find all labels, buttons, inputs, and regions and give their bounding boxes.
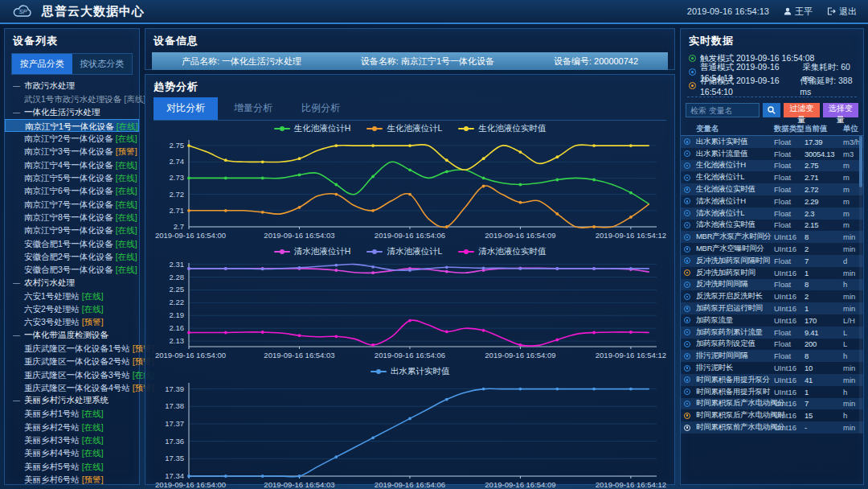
svg-text:2.13: 2.13 [170,336,185,345]
legend-item[interactable]: 清水池液位实时值 [458,246,546,257]
svg-text:2019-09-16 16:54:12: 2019-09-16 16:54:12 [596,231,666,240]
collapse-minus-icon[interactable]: — [13,397,20,405]
variable-row[interactable]: 清水池液位计HFloat2.29m [681,195,863,208]
variable-row[interactable]: MBR产水泵产水时间分UInt168min [681,231,863,243]
tree-group-header[interactable]: —一体化生活污水处理 [5,106,139,119]
tree-item-device[interactable]: 美丽乡村5号站 [在线] [5,460,139,473]
tab-by-status[interactable]: 按状态分类 [72,54,133,74]
tab-increment-analysis[interactable]: 增量分析 [221,97,285,120]
variable-row[interactable]: 时间累积泵后产水电动阀分UInt167min [681,398,863,410]
variable-value: 15 [805,411,843,420]
filter-variables-button[interactable]: 过滤变量 [784,103,820,117]
device-name: 安徽合肥3号一体化设备 [24,265,116,274]
tree-item-device[interactable]: 美丽乡村1号站 [在线] [5,407,139,420]
legend-item[interactable]: 生化池液位计H [274,123,351,134]
tree-item-device[interactable]: 重庆武隆区一体化设备1号站 [预警] [5,342,139,355]
tree-item-device[interactable]: 重庆武隆区一体化设备4号站 [预警] [5,381,139,394]
tree-item-device[interactable]: 南京江宁6号一体化设备 [在线] [5,184,139,197]
variable-row[interactable]: 时间累积备用提升泵时UInt161h [681,386,863,398]
variable-row[interactable]: 加药泵流量UInt16170L/H [681,314,863,327]
tree-group-header[interactable]: —一体化带温度检测设备 [5,329,139,342]
tree-item-device[interactable]: 南京江宁2号一体化设备 [在线] [5,132,139,145]
variable-row[interactable]: 加药泵药剂累计流量Float9.41L [681,327,863,339]
variable-row[interactable]: 排污泥时长UInt1610min [681,362,863,374]
variable-row[interactable]: 出水累计实时值Float17.39m3/h [681,136,863,148]
variable-row[interactable]: MBR产水空曝时间分UInt162min [681,243,863,255]
variable-row[interactable]: 时间累积备用提升泵分UInt1641min [681,374,863,386]
variable-row[interactable]: 时间累积泵前产水电动阀分UInt16-min [681,421,863,434]
tree-item-device[interactable]: 南京江宁3号一体化设备 [预警] [5,145,139,158]
variable-value: 17.39 [805,138,843,146]
variable-row[interactable]: 加药泵开启运行时间UInt161min [681,302,863,314]
tab-by-product[interactable]: 按产品分类 [12,54,72,74]
variable-row[interactable]: 生化池液位计LFloat2.71m [681,171,863,183]
variable-name: 时间累积泵前产水电动阀分 [696,422,774,433]
legend-item[interactable]: 清水池液位计H [274,246,351,257]
variable-row[interactable]: 清水池液位计LFloat2.3m [681,208,863,220]
tree-item-device[interactable]: 美丽乡村2号站 [在线] [5,421,139,434]
tree-item-device[interactable]: 南京江宁4号一体化设备 [在线] [5,158,139,171]
tree-item-device[interactable]: 六安2号处理站 [在线] [5,302,139,315]
variable-row[interactable]: 生化池液位计HFloat2.75m [681,160,863,172]
tree-group-label: 市政污水处理 [24,80,75,92]
variable-unit: min [843,376,860,384]
legend-item[interactable]: 生化池液位计L [366,123,442,134]
device-list-tabs: 按产品分类 按状态分类 [11,53,133,75]
svg-text:2019-09-16 16:54:03: 2019-09-16 16:54:03 [264,351,334,360]
tree-item-device[interactable]: 南京江宁7号一体化设备 [在线] [5,198,139,211]
search-input[interactable] [686,103,760,117]
variable-row[interactable]: 反洗泵开启反洗时长UInt162min [681,290,863,302]
collapse-minus-icon[interactable]: — [13,82,20,90]
variable-type: UInt16 [774,232,805,241]
legend-marker-icon [458,249,474,255]
tree-item-device[interactable]: 美丽乡村3号站 [在线] [5,434,139,446]
collapse-minus-icon[interactable]: — [13,279,20,287]
device-status-badge: [在线] [82,435,104,445]
variable-row[interactable]: 加药泵药剂设定值Float200L [681,339,863,351]
tree-item-device[interactable]: 南京江宁9号一体化设备 [在线] [5,224,139,236]
legend-item[interactable]: 清水池液位计L [366,246,442,257]
variable-row[interactable]: 生化池液位实时值Float2.72m [681,183,863,195]
tab-ratio-analysis[interactable]: 比例分析 [289,97,353,120]
tree-item-device[interactable]: 南京江宁8号一体化设备 [在线] [5,211,139,224]
variable-type: Float [774,339,805,348]
collapse-minus-icon[interactable]: — [13,109,20,117]
tree-item-device[interactable]: 重庆武隆区一体化设备3号站 [在线] [5,368,139,381]
scrollbar-thumb[interactable] [859,136,862,187]
tree-item-device[interactable]: 武汉1号市政污水处理设备 [离线] [5,92,139,105]
variable-row[interactable]: 反冲洗加药泵时间UInt161min [681,267,863,279]
tree-item-device[interactable]: 安徽合肥2号一体化设备 [在线] [5,250,139,263]
user-menu[interactable]: 王平 [784,6,813,18]
variable-row[interactable]: 排污泥时间间隔Float8h [681,350,863,362]
tree-item-device[interactable]: 美丽乡村4号站 [在线] [5,446,139,459]
legend-item[interactable]: 出水累计实时值 [371,366,450,377]
device-name: 南京江宁8号一体化设备 [24,212,116,222]
legend-item[interactable]: 生化池液位实时值 [458,123,546,134]
tree-item-device[interactable]: 南京江宁1号一体化设备 [在线] [5,119,139,132]
collapse-minus-icon[interactable]: — [13,331,20,339]
device-status-badge: [在线] [116,173,137,183]
tree-item-device[interactable]: 安徽合肥1号一体化设备 [在线] [5,237,139,250]
logout-button[interactable]: 退出 [827,6,857,18]
variable-row[interactable]: 清水池液位实时值Float2.15m [681,220,863,232]
tree-group-header[interactable]: —市政污水处理 [5,80,139,92]
tree-item-device[interactable]: 美丽乡村6号站 [预警] [5,473,139,486]
tree-item-device[interactable]: 重庆武隆区一体化设备2号站 [预警] [5,355,139,368]
variable-row[interactable]: 反冲洗时间间隔Float8h [681,279,863,291]
tree-item-device[interactable]: 六安1号处理站 [在线] [5,290,139,302]
scrollbar-track[interactable] [859,136,862,434]
tree-group-header[interactable]: —农村污水处理 [5,276,139,289]
tree-item-device[interactable]: 六安3号处理站 [预警] [5,315,139,328]
variable-name: 时间累积备用提升泵分 [696,375,774,385]
variable-row[interactable]: 出水累计流量值Float30054.13m3 [681,148,863,160]
tree-item-device[interactable]: 安徽合肥3号一体化设备 [在线] [5,263,139,276]
variable-name: 时间累积备用提升泵时 [696,387,774,397]
device-name: 南京江宁4号一体化设备 [24,160,116,170]
variable-row[interactable]: 时间累积泵后产水电动阀时UInt1615h [681,409,863,421]
search-button[interactable] [763,103,780,117]
tree-item-device[interactable]: 南京江宁5号一体化设备 [在线] [5,171,139,184]
tree-group-header[interactable]: —美丽乡村污水处理系统 [5,394,139,407]
select-variables-button[interactable]: 选择变量 [823,103,859,117]
variable-row[interactable]: 反冲洗加药泵间隔时间Float7d [681,255,863,267]
tab-compare-analysis[interactable]: 对比分析 [154,97,218,120]
